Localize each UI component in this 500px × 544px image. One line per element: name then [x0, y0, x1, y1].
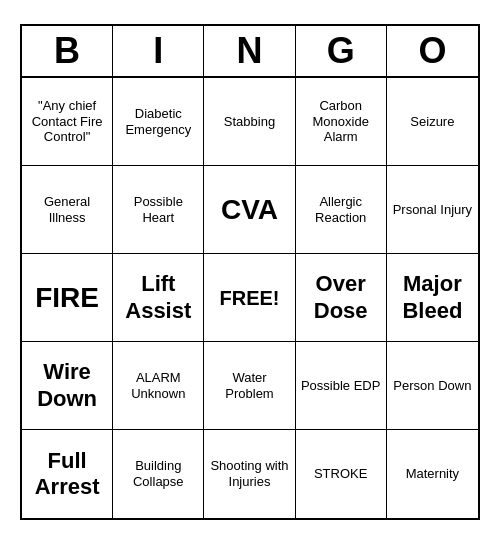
bingo-grid: "Any chief Contact Fire Control"Diabetic…	[22, 78, 478, 518]
bingo-cell-3: Carbon Monoxide Alarm	[296, 78, 387, 166]
header-letter-b: B	[22, 26, 113, 76]
bingo-cell-20: Full Arrest	[22, 430, 113, 518]
bingo-cell-11: Lift Assist	[113, 254, 204, 342]
header-letter-i: I	[113, 26, 204, 76]
bingo-cell-12: FREE!	[204, 254, 295, 342]
bingo-cell-4: Seizure	[387, 78, 478, 166]
bingo-cell-2: Stabbing	[204, 78, 295, 166]
bingo-cell-10: FIRE	[22, 254, 113, 342]
bingo-cell-19: Person Down	[387, 342, 478, 430]
bingo-cell-8: Allergic Reaction	[296, 166, 387, 254]
bingo-card: BINGO "Any chief Contact Fire Control"Di…	[20, 24, 480, 520]
bingo-cell-17: Water Problem	[204, 342, 295, 430]
bingo-cell-0: "Any chief Contact Fire Control"	[22, 78, 113, 166]
bingo-cell-14: Major Bleed	[387, 254, 478, 342]
bingo-cell-1: Diabetic Emergency	[113, 78, 204, 166]
bingo-cell-23: STROKE	[296, 430, 387, 518]
bingo-header: BINGO	[22, 26, 478, 78]
bingo-cell-18: Possible EDP	[296, 342, 387, 430]
bingo-cell-9: Prsonal Injury	[387, 166, 478, 254]
bingo-cell-5: General Illness	[22, 166, 113, 254]
header-letter-o: O	[387, 26, 478, 76]
bingo-cell-21: Building Collapse	[113, 430, 204, 518]
bingo-cell-15: Wire Down	[22, 342, 113, 430]
bingo-cell-16: ALARM Unknown	[113, 342, 204, 430]
bingo-cell-24: Maternity	[387, 430, 478, 518]
bingo-cell-13: Over Dose	[296, 254, 387, 342]
bingo-cell-22: Shooting with Injuries	[204, 430, 295, 518]
header-letter-n: N	[204, 26, 295, 76]
header-letter-g: G	[296, 26, 387, 76]
bingo-cell-7: CVA	[204, 166, 295, 254]
bingo-cell-6: Possible Heart	[113, 166, 204, 254]
